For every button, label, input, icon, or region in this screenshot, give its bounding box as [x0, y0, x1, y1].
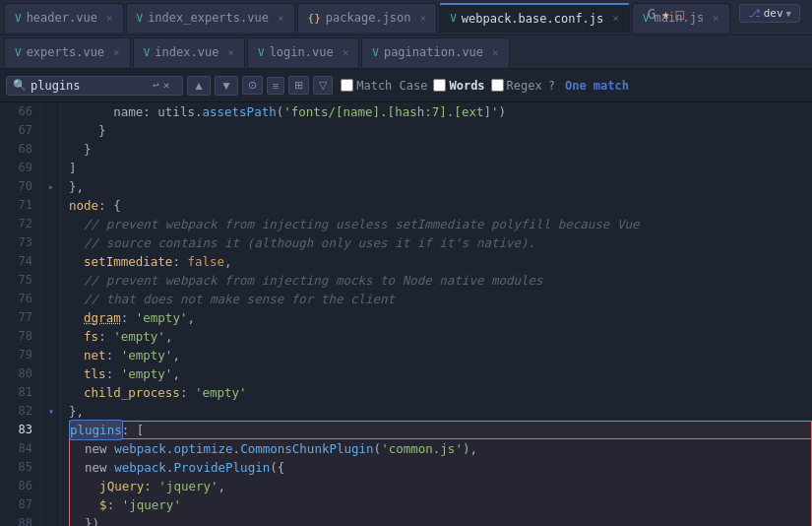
- gutter-77: [41, 308, 61, 327]
- tab-vue-icon: V: [372, 46, 379, 59]
- line-num-73: 73: [0, 233, 32, 252]
- tab-label: package.json: [326, 11, 411, 25]
- code-line-83: plugins: [: [69, 421, 812, 439]
- code-line-79: net: 'empty',: [69, 346, 812, 364]
- code-line-73: // source contains it (although only use…: [69, 233, 812, 252]
- code-line-78: fs: 'empty',: [69, 327, 812, 346]
- tab-js-icon: V: [450, 12, 457, 25]
- tab-close-btn[interactable]: ×: [492, 46, 499, 59]
- tab-label: pagination.vue: [384, 45, 483, 59]
- gutter-67: [41, 121, 61, 140]
- expand-btn[interactable]: ⊞: [288, 76, 309, 95]
- code-editor[interactable]: name: utils.assetsPath('fonts/[name].[ha…: [61, 102, 812, 526]
- code-line-72: // prevent webpack from injecting useles…: [69, 215, 812, 233]
- line-num-72: 72: [0, 215, 32, 233]
- search-input[interactable]: [31, 79, 149, 93]
- gutter-71[interactable]: [41, 196, 61, 215]
- branch-icon: ⎇: [748, 7, 761, 20]
- code-line-85: new webpack.ProvidePlugin({: [70, 458, 811, 477]
- line-num-68: 68: [0, 140, 32, 159]
- gutter: ▸ ▾: [41, 102, 61, 526]
- gutter-80: [41, 364, 61, 383]
- tab-close-btn[interactable]: ×: [106, 12, 113, 25]
- tab-bar-second: V experts.vue × V index.vue × V login.vu…: [0, 35, 812, 69]
- tab-label: login.vue: [270, 45, 334, 59]
- gutter-88[interactable]: [41, 514, 61, 526]
- editor-area: 66 67 68 69 70 71 72 73 74 75 76 77 78 7…: [0, 102, 812, 526]
- find-in-file-btn[interactable]: ⊙: [242, 76, 263, 95]
- line-num-75: 75: [0, 271, 32, 290]
- gutter-83[interactable]: [41, 421, 61, 439]
- gutter-74: [41, 252, 61, 271]
- tab-index-vue[interactable]: V index.vue ×: [133, 37, 245, 67]
- words-option[interactable]: Words: [433, 79, 484, 93]
- gutter-84: [41, 439, 61, 458]
- line-num-78: 78: [0, 327, 32, 346]
- line-num-83: 83: [0, 421, 32, 439]
- tab-close-btn[interactable]: ×: [113, 46, 120, 59]
- star-icon[interactable]: ★: [661, 6, 669, 22]
- line-num-76: 76: [0, 290, 32, 308]
- next-result-btn[interactable]: ▼: [215, 76, 238, 96]
- match-case-option[interactable]: Match Case: [341, 79, 427, 93]
- code-line-88: }): [70, 514, 811, 526]
- tab-package-json[interactable]: {} package.json ×: [297, 3, 438, 33]
- help-icon[interactable]: ?: [548, 79, 555, 93]
- line-num-79: 79: [0, 346, 32, 364]
- git-icon[interactable]: G: [648, 6, 656, 22]
- window-icon[interactable]: □: [676, 6, 684, 22]
- code-line-77: dgram: 'empty',: [69, 308, 812, 327]
- collapse-all-btn[interactable]: ≡: [267, 77, 284, 95]
- tab-close-btn[interactable]: ×: [612, 12, 619, 25]
- prev-result-btn[interactable]: ▲: [187, 76, 211, 96]
- tab-close-btn[interactable]: ×: [343, 46, 349, 59]
- tab-close-btn[interactable]: ×: [420, 12, 427, 25]
- gutter-85: [41, 458, 61, 477]
- code-line-84: new webpack.optimize.CommonsChunkPlugin(…: [70, 439, 811, 458]
- gutter-82[interactable]: ▾: [41, 402, 61, 421]
- regex-checkbox[interactable]: [491, 79, 504, 92]
- clear-search-btn[interactable]: ✕: [163, 79, 170, 92]
- gutter-76: [41, 290, 61, 308]
- words-checkbox[interactable]: [433, 79, 446, 92]
- tab-label: index_experts.vue: [148, 11, 269, 25]
- code-line-68: }: [69, 140, 812, 159]
- match-case-checkbox[interactable]: [341, 79, 353, 92]
- prev-match-btn[interactable]: ↩: [153, 79, 159, 92]
- filter-btn[interactable]: ▽: [313, 76, 333, 95]
- line-num-81: 81: [0, 383, 32, 402]
- tab-pagination-vue[interactable]: V pagination.vue ×: [361, 37, 509, 67]
- tab-close-btn[interactable]: ×: [278, 12, 284, 25]
- search-bar: 🔍 ↩ ✕ ▲ ▼ ⊙ ≡ ⊞ ▽ Match Case Words Regex…: [0, 69, 812, 102]
- code-line-66: name: utils.assetsPath('fonts/[name].[ha…: [69, 102, 812, 121]
- tab-experts-vue[interactable]: V experts.vue ×: [4, 37, 131, 67]
- gutter-73: [41, 233, 61, 252]
- tab-close-btn[interactable]: ×: [227, 46, 234, 59]
- tab-webpack-base[interactable]: V webpack.base.conf.js ×: [439, 3, 630, 33]
- tab-index-experts-vue[interactable]: V index_experts.vue ×: [126, 3, 295, 33]
- gutter-70[interactable]: ▸: [41, 177, 61, 196]
- code-line-69: ]: [69, 159, 812, 177]
- tab-header-vue[interactable]: V header.vue ×: [4, 3, 124, 33]
- tab-vue-icon: V: [137, 12, 144, 25]
- tab-label: experts.vue: [27, 45, 104, 59]
- tab-vue-icon: V: [15, 12, 22, 25]
- tab-label: index.vue: [155, 45, 219, 59]
- line-num-88: 88: [0, 514, 32, 526]
- gutter-69: [41, 159, 61, 177]
- tab-close-btn[interactable]: ×: [713, 12, 719, 25]
- code-line-86: jQuery: 'jquery',: [70, 477, 811, 495]
- line-num-82: 82: [0, 402, 32, 421]
- branch-dropdown-icon[interactable]: ▼: [786, 9, 791, 19]
- tab-vue-icon: V: [144, 46, 151, 59]
- branch-name: dev: [764, 7, 783, 20]
- line-num-67: 67: [0, 121, 32, 140]
- line-num-77: 77: [0, 308, 32, 327]
- match-count-text: One match: [565, 79, 629, 93]
- line-num-85: 85: [0, 458, 32, 477]
- tab-login-vue[interactable]: V login.vue ×: [247, 37, 359, 67]
- line-num-86: 86: [0, 477, 32, 495]
- gutter-75: [41, 271, 61, 290]
- search-options: Match Case Words Regex ?: [341, 79, 555, 93]
- regex-option[interactable]: Regex: [491, 79, 542, 93]
